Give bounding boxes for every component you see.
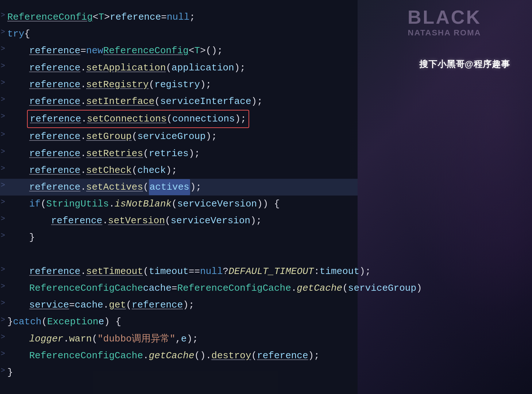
- code-line-20: logger.warn("dubbo调用异常", e);: [0, 331, 358, 347]
- code-token: >();: [200, 43, 223, 59]
- code-token: );: [250, 213, 262, 229]
- code-token: getCache: [149, 348, 194, 364]
- code-token: <: [189, 43, 194, 59]
- code-token: =: [69, 297, 75, 313]
- code-token: );: [200, 77, 211, 93]
- code-token: T: [99, 9, 104, 25]
- code-token: cache: [75, 297, 103, 313]
- code-token: setRegistry: [86, 77, 149, 93]
- code-token: (: [149, 77, 155, 93]
- code-line-8: reference.setGroup(serviceGroup);: [0, 128, 358, 145]
- code-token: serviceVersion: [171, 213, 250, 229]
- code-token: reference: [29, 93, 80, 109]
- code-token: isNotBlank: [115, 196, 171, 212]
- code-line-16: reference.setTimeout(timeout == null ? D…: [0, 263, 358, 280]
- code-token: destroy: [211, 348, 251, 364]
- code-token: .: [80, 146, 86, 162]
- code-token: )) {: [257, 196, 280, 212]
- code-line-19: } catch (Exception e) {: [0, 313, 358, 330]
- code-token: =: [171, 280, 177, 296]
- code-token: .: [63, 331, 69, 347]
- code-token: catch: [13, 314, 42, 330]
- code-token: .: [80, 128, 86, 144]
- code-token: StringUtils: [46, 196, 109, 212]
- code-line-5: reference.setRegistry(registry);: [0, 76, 358, 93]
- code-token: Exception: [47, 314, 98, 330]
- code-token: .: [291, 280, 297, 296]
- code-token: (: [342, 280, 348, 296]
- code-token: check: [137, 162, 166, 178]
- code-token: serviceInterface: [160, 93, 251, 109]
- code-token: reference: [110, 9, 161, 25]
- code-line-3: reference = new ReferenceConfig<T>();: [0, 42, 358, 59]
- code-token: ): [416, 280, 422, 296]
- code-line-17: ReferenceConfigCache cache = ReferenceCo…: [0, 280, 358, 297]
- code-token: );: [359, 263, 371, 279]
- black-title: BLACK: [408, 6, 481, 28]
- code-token: .: [80, 162, 86, 178]
- code-token: .: [80, 179, 86, 195]
- code-token: setCheck: [86, 162, 132, 178]
- code-line-18: service = cache.get(reference);: [0, 297, 358, 313]
- code-token: (: [42, 314, 47, 330]
- code-token: setVersion: [108, 213, 165, 229]
- code-token: registry: [154, 77, 200, 93]
- code-token: (: [166, 60, 171, 76]
- code-token: ReferenceConfigCache: [29, 280, 143, 296]
- code-token: ,: [175, 331, 181, 347]
- code-token: reference: [29, 43, 80, 59]
- code-token: .: [80, 60, 86, 76]
- code-token: >: [104, 9, 110, 25]
- code-token: (: [251, 348, 257, 364]
- code-token: =: [80, 43, 86, 59]
- code-token: reference: [29, 128, 80, 144]
- main-container: BLACK NATASHA ROMA 搜下小黑哥@程序趣事 ReferenceC…: [0, 0, 532, 394]
- code-token: setRetries: [86, 146, 143, 162]
- code-line-12: if (StringUtils.isNotBlank(serviceVersio…: [0, 196, 358, 212]
- code-token: }: [7, 314, 13, 330]
- code-line-1: ReferenceConfig<T> reference = null;: [0, 9, 358, 26]
- code-line-9: reference.setRetries(retries);: [0, 145, 358, 162]
- code-token: setTimeout: [86, 263, 143, 279]
- code-token: );: [183, 297, 194, 313]
- chinese-watermark: 搜下小黑哥@程序趣事: [419, 58, 510, 70]
- code-token: get: [109, 297, 126, 313]
- code-token: reference: [29, 263, 80, 279]
- watermark-area: BLACK NATASHA ROMA: [357, 0, 532, 44]
- code-block: ReferenceConfig<T> reference = null; try…: [0, 9, 358, 381]
- code-token: .: [102, 213, 108, 229]
- code-token: ().: [194, 348, 212, 364]
- code-token: .: [109, 196, 115, 212]
- code-token: ReferenceConfigCache: [29, 348, 143, 364]
- code-token: (: [132, 162, 138, 178]
- code-token: );: [251, 93, 263, 109]
- code-token: reference: [257, 348, 308, 364]
- code-token: reference: [29, 77, 80, 93]
- code-token: serviceGroup: [348, 280, 416, 296]
- code-token: {: [24, 26, 30, 42]
- code-token: setGroup: [86, 128, 132, 144]
- code-token: serviceVersion: [177, 196, 257, 212]
- code-line-14: }: [0, 229, 358, 246]
- code-line-6: reference.setInterface(serviceInterface)…: [0, 93, 358, 110]
- code-token: =: [161, 9, 167, 25]
- code-token: (: [165, 213, 171, 229]
- code-token: null: [200, 263, 223, 279]
- natasha-subtitle: NATASHA ROMA: [408, 28, 481, 38]
- code-token: (: [132, 128, 138, 144]
- code-token: reference: [29, 146, 80, 162]
- code-token-actives: actives: [149, 179, 190, 195]
- code-token: ?: [223, 263, 229, 279]
- code-token: reference: [29, 162, 80, 178]
- code-token: setApplication: [86, 60, 166, 76]
- code-token: setActives: [86, 179, 143, 195]
- code-token: retries: [149, 146, 189, 162]
- code-token: "dubbo调用异常": [97, 331, 175, 347]
- code-token: (: [126, 297, 132, 313]
- code-token: setConnections: [87, 113, 166, 124]
- code-token: logger: [29, 331, 63, 347]
- code-line-22: }: [0, 364, 358, 381]
- code-token: (: [92, 331, 98, 347]
- code-token: serviceGroup: [137, 128, 205, 144]
- code-token: reference: [30, 113, 81, 124]
